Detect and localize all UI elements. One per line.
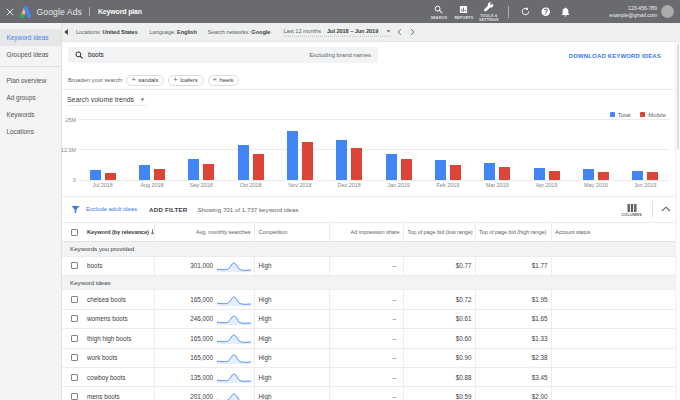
bar-mobile-may-2019[interactable] [598,172,609,180]
competition-cell: High [254,310,329,328]
sidebar-item-keyword-ideas[interactable]: Keyword ideas [0,29,61,46]
trends-dropdown[interactable]: Search volume trends [67,96,147,106]
trend-sparkline [217,332,251,344]
row-checkbox[interactable] [71,374,78,381]
bar-mobile-oct-2018[interactable] [253,154,264,180]
filter-language[interactable]: Language: English [150,29,197,35]
chart-bars [534,168,560,180]
impression-share-value: – [392,393,396,400]
bar-mobile-apr-2019[interactable] [549,171,560,180]
keyword-text: thigh high boots [87,335,131,342]
select-all-checkbox[interactable] [71,229,78,236]
sidebar-item-ad-groups[interactable]: Ad groups [0,89,61,106]
column-header-keyword[interactable]: Keyword (by relevance) [62,223,154,241]
searches-value: 165,000 [190,335,213,342]
help-button[interactable] [535,7,555,17]
bar-total-aug-2018[interactable] [139,165,150,180]
row-checkbox[interactable] [71,393,78,400]
topbar-search-button[interactable]: SEARCH [426,3,451,20]
column-header-top-bid-low[interactable]: Top of page bid (low range) [403,223,475,241]
sidebar-item-locations[interactable]: Locations [0,123,61,140]
row-checkbox[interactable] [71,262,78,269]
row-checkbox[interactable] [71,296,78,303]
bar-total-jun-2019[interactable] [632,171,643,180]
sidebar-item-grouped-ideas[interactable]: Grouped ideas [0,46,61,63]
vertical-scrollbar[interactable] [675,42,680,400]
bar-total-jul-2018[interactable] [90,170,101,180]
notifications-button[interactable] [555,7,575,17]
bar-total-apr-2019[interactable] [534,168,545,180]
refresh-button[interactable] [515,7,535,16]
bar-mobile-aug-2018[interactable] [154,169,165,180]
top-bid-high-cell: $1.33 [475,329,551,347]
column-header-competition[interactable]: Competition [254,223,329,241]
x-axis-label: Jan 2019 [388,182,410,188]
exclude-adult-ideas-filter[interactable]: Exclude adult ideas [86,206,137,212]
bar-mobile-jul-2018[interactable] [105,173,116,181]
bar-total-oct-2018[interactable] [238,145,249,180]
account-status-cell [551,290,680,308]
topbar-divider [89,7,90,16]
broaden-chip-heels[interactable]: +heels [208,75,240,86]
filter-funnel-icon[interactable] [71,205,80,214]
top-bid-high-cell: $2.38 [475,349,551,367]
search-exclusion-note: Excluding brand names [309,52,371,58]
competition-cell: High [254,349,329,367]
broaden-chips: +sandals+loafers+heels [126,75,243,86]
bar-total-dec-2018[interactable] [336,140,347,180]
column-header-ad-impression-share[interactable]: Ad impression share [329,223,403,241]
trend-sparkline [217,352,251,364]
sidebar-item-keywords[interactable]: Keywords [0,106,61,123]
keyword-cell: chelsea boots [62,290,154,308]
bar-mobile-dec-2018[interactable] [351,148,362,180]
row-checkbox[interactable] [71,315,78,322]
bar-total-jan-2019[interactable] [386,154,397,180]
date-range-selector[interactable]: Last 12 months Jul 2018 – Jun 2019 [284,28,392,37]
table-section-keyword-ideas: Keyword ideas [62,276,680,291]
top-bid-high-cell: $3.45 [475,368,551,386]
column-header-top-bid-high[interactable]: Top of page bid (high range) [475,223,551,241]
competition-cell: High [254,329,329,347]
add-filter-button[interactable]: ADD FILTER [149,206,187,213]
row-checkbox[interactable] [71,335,78,342]
topbar-tools-button[interactable]: TOOLS & SETTINGS [476,0,501,22]
broaden-chip-sandals[interactable]: +sandals [126,75,164,86]
keyword-table: Keyword (by relevance)Avg. monthly searc… [62,222,680,400]
close-icon[interactable] [6,8,14,16]
table-header-row: Keyword (by relevance)Avg. monthly searc… [62,222,680,242]
next-period-icon[interactable] [410,29,415,36]
bar-mobile-jun-2019[interactable] [647,172,658,180]
download-keyword-ideas-link[interactable]: DOWNLOAD KEYWORD IDEAS [569,53,661,59]
bar-mobile-mar-2019[interactable] [499,167,510,180]
avatar[interactable] [661,5,674,18]
keyword-cell: mens boots [62,387,154,400]
bar-mobile-sep-2018[interactable] [203,164,214,180]
broaden-chip-loafers[interactable]: +loafers [168,75,203,86]
scrollbar-thumb[interactable] [677,44,679,149]
row-checkbox[interactable] [71,354,78,361]
bar-total-sep-2018[interactable] [188,159,199,180]
table-row-womens-boots: womens boots246,000High–$0.61$1.65 [62,310,680,329]
bar-mobile-nov-2018[interactable] [302,142,313,180]
bar-total-nov-2018[interactable] [287,131,298,180]
column-header-avg-monthly-searches[interactable]: Avg. monthly searches [154,223,254,241]
bar-total-feb-2019[interactable] [435,160,446,180]
back-arrow-icon[interactable] [63,29,70,36]
filter-locations[interactable]: Locations: United States [76,29,137,35]
collapse-chevron-up-icon[interactable] [661,206,671,212]
bar-mobile-jan-2019[interactable] [401,159,412,180]
chart-group-jun-2019: Jun 2019 [621,120,670,181]
columns-button[interactable]: COLUMNS [621,204,642,218]
filter-search-networks[interactable]: Search networks: Google [208,29,271,35]
topbar-reports-button[interactable]: REPORTS [451,3,476,20]
keyword-search-box[interactable]: boots Excluding brand names [68,47,378,63]
chart-group-jan-2019: Jan 2019 [374,120,423,181]
sidebar-item-plan-overview[interactable]: Plan overview [0,72,61,89]
bar-total-mar-2019[interactable] [484,163,495,180]
account-info[interactable]: 123-456-789 example@gmail.com [609,5,657,18]
column-header-account-status[interactable]: Account status [551,223,680,241]
previous-period-icon[interactable] [397,29,402,36]
bar-mobile-feb-2019[interactable] [450,165,461,180]
bar-total-may-2019[interactable] [583,169,594,180]
chart-group-feb-2019: Feb 2019 [423,120,472,181]
